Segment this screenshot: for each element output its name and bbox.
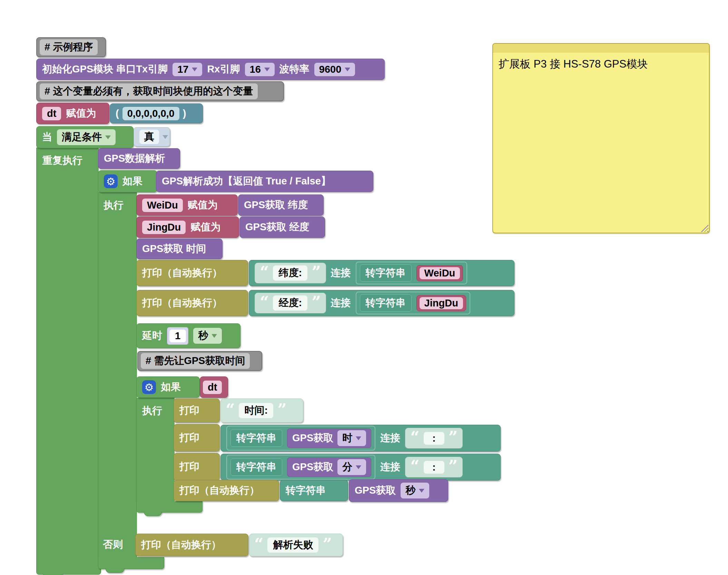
when-block-spine[interactable] [36,148,99,565]
sec-unit-dropdown[interactable]: 秒 [401,483,429,498]
if-keyword: 如果 [122,174,142,188]
string-literal-block[interactable]: “ 经度: ” [255,293,326,313]
workspace-note[interactable]: 扩展板 P3 接 HS-S78 GPS模块 [492,43,710,233]
delay-block[interactable]: 延时 1 秒 [136,323,240,348]
init-gps-block[interactable]: 初始化GPS模块 串口Tx引脚 17 Rx引脚 16 波特率 9600 [36,59,385,80]
dropdown-arrow-icon [211,334,217,338]
boolean-value-field[interactable]: 真 [139,130,159,144]
gps-get-hour-block[interactable]: GPS获取 时 [287,428,371,448]
if-dt-block-footer[interactable] [136,501,203,513]
string-field[interactable]: 经度: [273,295,307,311]
dt-assign-block[interactable]: dt 赋值为 [36,103,109,124]
jingdu-variable-block[interactable]: JingDu [416,295,466,311]
baud-dropdown[interactable]: 9600 [314,63,355,76]
string-field[interactable]: : [424,461,444,474]
note-text[interactable]: 扩展板 P3 接 HS-S78 GPS模块 [493,53,709,75]
string-field[interactable]: : [424,432,444,445]
if-block-header[interactable]: ⚙ 如果 [98,170,157,192]
if-dt-block-header[interactable]: ⚙ 如果 [136,376,200,398]
when-block-bottom-tab[interactable] [42,574,63,575]
string-literal-block[interactable]: “ : ” [405,457,463,477]
tostring-block[interactable]: 转字符串 [230,458,282,476]
gps-get-lat-block[interactable]: GPS获取 纬度 [238,194,324,216]
string-literal-block[interactable]: “ 时间: ” [220,399,303,423]
gps-get-label: GPS获取 [355,484,396,497]
paren-close: ) [183,108,186,119]
string-literal-block[interactable]: “ 纬度: ” [255,263,326,283]
note-header[interactable] [493,44,709,53]
print-lat-block[interactable]: 打印（自动换行） [136,260,248,286]
tostring-group[interactable]: 转字符串 GPS获取 分 [226,455,375,480]
when-condition-dropdown[interactable]: 满足条件 [57,129,116,145]
if-block-spine[interactable] [98,192,137,558]
dt-variable-field[interactable]: dt [42,107,61,120]
comment-block-sample[interactable]: # 示例程序 [36,37,106,57]
note-resize-handle[interactable] [701,224,708,232]
if-dt-bottom-tab[interactable] [144,512,162,516]
print-lng-block[interactable]: 打印（自动换行） [136,290,248,316]
hour-unit-dropdown[interactable]: 时 [337,430,366,446]
print-hour-block[interactable]: 打印 [174,424,220,452]
dt-variable-block[interactable]: dt [200,376,228,398]
tostring-block[interactable]: 转字符串 [230,430,282,447]
delay-value-shadow[interactable]: 1 [167,327,188,345]
init-label-baud: 波特率 [279,62,309,76]
gps-parse-block[interactable]: GPS数据解析 [98,148,180,169]
tostring-group[interactable]: 转字符串 JingDu [356,292,470,314]
gps-parse-success-block[interactable]: GPS解析成功【返回值 True / False】 [156,171,373,192]
dropdown-arrow-icon [345,68,350,71]
print-hour-value-group[interactable]: 转字符串 GPS获取 时 连接 “ : ” [220,425,501,452]
print-min-block[interactable]: 打印 [174,453,220,481]
open-quote-icon: “ [260,299,269,307]
variable-name: dt [203,381,222,394]
gps-parse-label: GPS数据解析 [104,152,165,165]
tostring-group[interactable]: 转字符串 WeiDu [356,262,468,284]
string-field[interactable]: 解析失败 [267,537,318,553]
print-lng-value-group[interactable]: “ 经度: ” 连接 转字符串 JingDu [249,290,514,316]
min-unit-dropdown[interactable]: 分 [337,459,366,475]
delay-value-field[interactable]: 1 [169,330,186,342]
string-field[interactable]: 纬度: [273,265,307,281]
tostring-group[interactable]: 转字符串 GPS获取 时 [226,426,375,451]
delay-unit-dropdown[interactable]: 秒 [193,328,222,344]
print-newline-label: 打印（自动换行） [141,538,221,552]
tostring-block[interactable]: 转字符串 [360,294,412,312]
tx-pin-dropdown[interactable]: 17 [173,63,202,76]
print-time-label-block[interactable]: 打印 [174,399,220,423]
rx-pin-dropdown[interactable]: 16 [245,63,275,76]
tuple-value-field[interactable]: 0,0,0,0,0,0 [122,107,179,120]
weidu-variable-field[interactable]: WeiDu [142,199,183,212]
weidu-assign-block[interactable]: WeiDu 赋值为 [136,194,238,216]
gps-get-sec-block[interactable]: GPS获取 秒 [349,479,448,502]
weidu-variable-block[interactable]: WeiDu [416,265,463,281]
jingdu-assign-block[interactable]: JingDu 赋值为 [136,216,239,238]
gps-get-lng-block[interactable]: GPS获取 经度 [239,216,325,238]
gps-get-min-block[interactable]: GPS获取 分 [287,457,371,477]
gear-icon[interactable]: ⚙ [142,380,156,394]
comment-block-variable[interactable]: # 这个变量必须有，获取时间块使用的这个变量 [36,81,284,101]
string-literal-block[interactable]: “ : ” [405,428,463,448]
jingdu-variable-field[interactable]: JingDu [142,221,186,234]
variable-name: JingDu [420,297,463,309]
print-sec-block[interactable]: 打印（自动换行） [174,480,279,501]
if-block-bottom-tab[interactable] [106,568,124,573]
string-field[interactable]: 时间: [239,403,273,418]
when-condition-value: 满足条件 [62,130,102,144]
tostring-block[interactable]: 转字符串 [280,480,348,501]
do-label: 执行 [142,404,162,418]
print-lat-value-group[interactable]: “ 纬度: ” 连接 转字符串 WeiDu [249,260,514,286]
print-fail-block[interactable]: 打印（自动换行） [135,534,248,556]
if-block-footer[interactable] [98,557,164,569]
string-literal-block[interactable]: “ 解析失败 ” [249,534,343,556]
gear-icon[interactable]: ⚙ [104,174,118,188]
boolean-true-block[interactable]: 真 [134,127,170,147]
dt-tuple-value-block[interactable]: ( 0,0,0,0,0,0 ) [110,103,203,123]
gps-get-time-block[interactable]: GPS获取 时间 [136,239,223,259]
comment-block-time[interactable]: # 需先让GPS获取时间 [137,351,262,371]
when-block-footer[interactable] [36,565,101,575]
open-quote-icon: “ [254,541,263,549]
print-min-value-group[interactable]: 转字符串 GPS获取 分 连接 “ : ” [220,454,501,481]
when-block-header[interactable]: 当 满足条件 [36,126,134,148]
close-quote-icon: ” [312,269,321,278]
tostring-block[interactable]: 转字符串 [360,264,412,282]
